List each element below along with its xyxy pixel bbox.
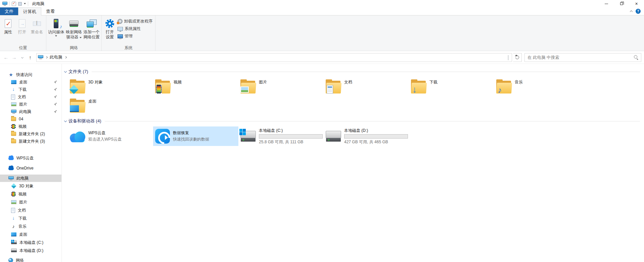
sidebar-item-newfolder-3[interactable]: 新建文件夹 (3) [0, 138, 61, 145]
qat-properties-icon[interactable] [12, 2, 16, 6]
ribbon: 属性 打开 重命名 位置 访问媒体 [0, 15, 644, 51]
refresh-button[interactable] [513, 53, 522, 62]
drive-icon [326, 130, 341, 142]
restore-button[interactable] [614, 0, 629, 7]
sidebar-item-documents-pinned[interactable]: 文档 [0, 93, 61, 101]
sidebar-item-disk-d[interactable]: 本地磁盘 (D:) [0, 247, 61, 255]
section-header-folders[interactable]: 文件夹 (7) [64, 69, 644, 75]
disk-usage-bar [344, 134, 408, 139]
breadcrumb-this-pc[interactable]: 此电脑 [50, 54, 62, 60]
navigation-pane: ★ 快速访问 桌面 ↓ 下载 文档 图片 [0, 64, 62, 262]
breadcrumb-chevron-icon[interactable] [64, 56, 66, 59]
desktop-icon [11, 232, 16, 236]
ribbon-group-location: 属性 打开 重命名 位置 [0, 15, 46, 51]
sidebar-item-3d-objects[interactable]: 3D 对象 [0, 182, 61, 190]
sidebar-item-videos[interactable]: 视频 [0, 190, 61, 198]
sidebar-item-desktop[interactable]: 桌面 [0, 230, 61, 238]
sidebar-item-quick-access[interactable]: ★ 快速访问 [0, 71, 61, 78]
app-icon[interactable] [2, 2, 7, 6]
sidebar-item-wps-cloud[interactable]: WPS云盘 [0, 154, 61, 162]
system-properties-button[interactable]: 系统属性 [118, 26, 152, 32]
sidebar-item-this-pc[interactable]: 此电脑 [0, 175, 61, 182]
search-input[interactable] [527, 55, 634, 60]
rename-button[interactable]: 重命名 [29, 16, 45, 35]
breadcrumb-chevron-icon[interactable] [45, 56, 48, 59]
drive-tile-d[interactable]: 本地磁盘 (D:) 427 GB 可用, 共 465 GB [324, 126, 409, 146]
download-icon: ↓ [11, 87, 16, 92]
collapse-ribbon-icon[interactable] [630, 10, 633, 13]
section-rule [105, 121, 640, 121]
close-icon: × [635, 1, 638, 6]
folder-icon [240, 79, 256, 93]
sidebar-item-music[interactable]: ♪ 音乐 [0, 222, 61, 230]
folder-tile-videos[interactable]: 视频 [153, 77, 238, 97]
close-button[interactable]: × [629, 0, 644, 7]
back-button[interactable]: ← [2, 54, 10, 60]
wps-cloud-icon [70, 132, 85, 143]
minimize-button[interactable] [599, 0, 614, 7]
address-dropdown-button[interactable] [506, 55, 510, 60]
monitor-icon [11, 110, 16, 114]
open-button[interactable]: 打开 [15, 16, 29, 35]
address-row: ← → ↑ 此电脑 [0, 51, 644, 64]
tab-file[interactable]: 文件 [0, 7, 18, 15]
folder-tile-music[interactable]: ♪ 音乐 [494, 77, 580, 97]
folder-tile-3d-objects[interactable]: 3D 对象 [68, 77, 153, 97]
folder-icon [11, 139, 16, 143]
sidebar-item-desktop-pinned[interactable]: 桌面 [0, 78, 61, 86]
sidebar-item-pictures[interactable]: 图片 [0, 198, 61, 206]
system-drive-icon [240, 130, 256, 142]
recent-locations-button[interactable] [18, 57, 26, 58]
sidebar-item-disk-c[interactable]: 本地磁盘 (C:) [0, 238, 61, 247]
map-network-drive-button[interactable]: 映射网络 驱动器 [65, 16, 83, 40]
sidebar-item-folder-04[interactable]: 04 [0, 115, 61, 123]
section-header-devices[interactable]: 设备和驱动器 (4) [64, 118, 644, 124]
sidebar-item-documents[interactable]: 文档 [0, 206, 61, 214]
pin-icon [54, 88, 57, 91]
open-settings-button[interactable]: 打开 设置 [103, 16, 117, 40]
sidebar-item-downloads-pinned[interactable]: ↓ 下载 [0, 86, 61, 93]
sidebar-item-pictures-pinned[interactable]: 图片 [0, 101, 61, 108]
folder-tile-desktop[interactable]: 桌面 [68, 97, 153, 116]
drive-tile-c[interactable]: 本地磁盘 (C:) 25.8 GB 可用, 共 111 GB [238, 126, 324, 146]
forward-button[interactable]: → [10, 54, 18, 60]
help-icon[interactable]: ? [636, 9, 641, 14]
folder-tile-pictures[interactable]: 图片 [238, 77, 324, 97]
access-media-button[interactable]: 访问媒体 [47, 16, 65, 37]
wps-cloud-icon [8, 157, 14, 160]
explorer-window: 此电脑 × 文件 计算机 查看 ? 属性 打开 [0, 0, 644, 262]
sidebar-item-videos-qa[interactable]: 视频 [0, 123, 61, 130]
qat-newfolder-icon[interactable] [18, 2, 22, 6]
sidebar-item-newfolder-2[interactable]: 新建文件夹 (2) [0, 130, 61, 138]
folder-icon [70, 98, 85, 113]
folder-tile-documents[interactable]: 文档 [324, 77, 409, 97]
this-pc-icon [38, 55, 43, 60]
network-globe-icon [8, 258, 13, 262]
device-tile-data-recovery[interactable]: 数据恢复 快速找回误删的数据 [153, 126, 238, 146]
manage-button[interactable]: 管理 [118, 33, 152, 39]
pin-icon [54, 80, 57, 84]
folder-tile-downloads[interactable]: ↓ 下载 [409, 77, 494, 97]
device-tile-wps-cloud[interactable]: WPS云盘 双击进入WPS云盘 [68, 126, 153, 146]
search-icon[interactable] [634, 55, 638, 60]
picture-icon [240, 86, 249, 93]
address-bar[interactable]: 此电脑 [36, 53, 512, 62]
up-button[interactable]: ↑ [26, 54, 34, 60]
sidebar-item-downloads[interactable]: ↓ 下载 [0, 214, 61, 222]
tab-view[interactable]: 查看 [41, 7, 59, 15]
tab-computer[interactable]: 计算机 [18, 7, 41, 15]
chevron-down-icon [21, 56, 23, 59]
collapse-chevron-icon [64, 70, 67, 73]
sidebar-item-network[interactable]: 网络 [0, 257, 61, 262]
uninstall-programs-button[interactable]: 卸载或更改程序 [118, 18, 152, 25]
add-network-location-button[interactable]: 添加一个 网络位置 [83, 16, 100, 40]
this-pc-children: 3D 对象 视频 图片 文档 ↓ 下载 [0, 182, 61, 255]
media-server-icon [54, 19, 58, 28]
properties-button[interactable]: 属性 [1, 16, 15, 35]
collapse-chevron-icon [64, 119, 67, 122]
qat-customize-dropdown-icon[interactable] [24, 3, 26, 4]
sidebar-item-thispc-pinned[interactable]: 此电脑 [0, 108, 61, 115]
folder-icon: ↓ [411, 79, 426, 93]
sidebar-item-onedrive[interactable]: OneDrive [0, 164, 61, 172]
titlebar: 此电脑 × [0, 0, 644, 7]
